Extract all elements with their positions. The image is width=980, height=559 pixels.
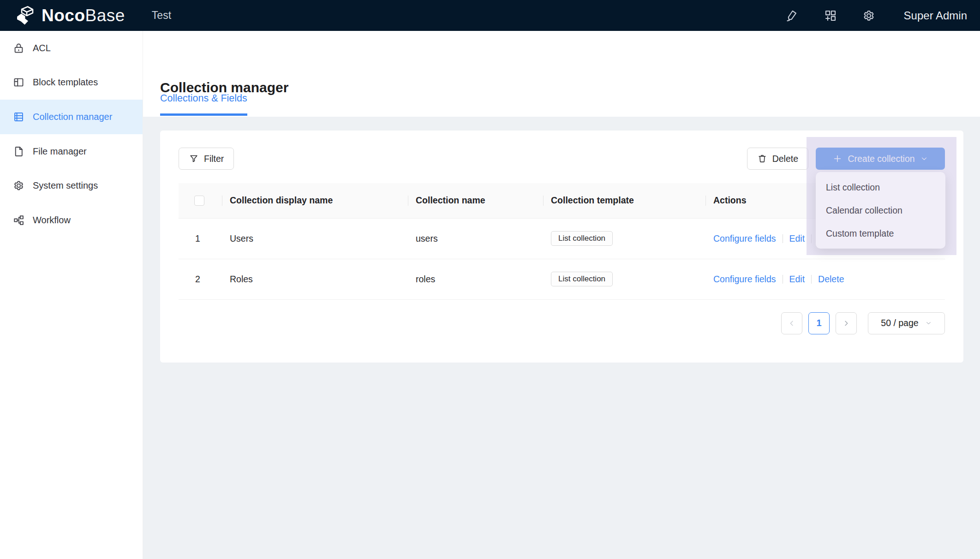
filter-button-label: Filter: [204, 154, 224, 164]
col-collection-name: Collection name: [408, 183, 544, 218]
cell-collection-name: users: [408, 218, 544, 259]
chevron-right-icon: [843, 320, 850, 327]
page-size-value: 50 / page: [881, 318, 918, 328]
chevron-down-icon: [920, 155, 928, 163]
sidebar-item-label: ACL: [33, 43, 51, 54]
delete-button-label: Delete: [772, 154, 798, 164]
plus-icon: [832, 154, 843, 164]
nocobase-app: NocoBase Test: [0, 0, 980, 559]
sidebar: ACL Block templates Collection manager F…: [0, 31, 143, 559]
sidebar-item-block-templates[interactable]: Block templates: [0, 65, 143, 100]
app-logo[interactable]: NocoBase: [14, 5, 125, 26]
cell-collection-name: roles: [408, 259, 544, 299]
create-collection-label: Create collection: [848, 154, 914, 164]
filter-button[interactable]: Filter: [179, 148, 234, 170]
page-1-button[interactable]: 1: [808, 312, 830, 334]
gear-icon: [12, 179, 25, 192]
template-tag: List collection: [551, 231, 613, 246]
menu-item-calendar-collection[interactable]: Calendar collection: [816, 199, 945, 222]
page-size-select[interactable]: 50 / page: [868, 312, 945, 334]
delete-link[interactable]: Delete: [818, 274, 844, 284]
menu-item-custom-template[interactable]: Custom template: [816, 222, 945, 245]
select-all-checkbox[interactable]: [194, 196, 204, 206]
card-toolbar: Filter Delete Create collection: [179, 131, 945, 170]
configure-fields-link[interactable]: Configure fields: [713, 274, 776, 284]
col-collection-display-name: Collection display name: [222, 183, 408, 218]
col-collection-template: Collection template: [544, 183, 706, 218]
chevron-left-icon: [788, 320, 795, 327]
file-icon: [12, 145, 25, 158]
chevron-down-icon: [925, 320, 932, 327]
cell-display-name: Roles: [222, 259, 408, 299]
action-divider: [811, 234, 812, 243]
gear-icon[interactable]: [862, 9, 876, 23]
sidebar-item-file-manager[interactable]: File manager: [0, 134, 143, 169]
sidebar-item-system-settings[interactable]: System settings: [0, 168, 143, 203]
add-block-grid-icon[interactable]: [824, 9, 837, 23]
template-tag: List collection: [551, 272, 613, 286]
funnel-icon: [189, 154, 199, 164]
workflow-icon: [12, 214, 25, 226]
page-header: Collection manager Collections & Fields: [143, 31, 980, 117]
sidebar-item-label: File manager: [33, 146, 87, 157]
action-divider: [811, 275, 812, 284]
tab-collections-and-fields[interactable]: Collections & Fields: [160, 93, 247, 116]
menu-item-list-collection[interactable]: List collection: [816, 176, 945, 199]
edit-link[interactable]: Edit: [789, 274, 805, 284]
next-page-button[interactable]: [836, 312, 857, 334]
sidebar-item-label: Collection manager: [33, 112, 112, 122]
sidebar-item-label: System settings: [33, 180, 98, 191]
sidebar-item-label: Workflow: [33, 215, 71, 226]
logo-text: NocoBase: [42, 6, 125, 25]
layout-icon: [12, 76, 25, 89]
delete-button[interactable]: Delete: [747, 148, 808, 170]
sidebar-item-collection-manager[interactable]: Collection manager: [0, 100, 143, 134]
action-divider: [783, 275, 783, 284]
main-content: Collection manager Collections & Fields …: [143, 31, 980, 559]
sidebar-item-label: Block templates: [33, 77, 98, 88]
cell-display-name: Users: [222, 218, 408, 259]
top-navbar: NocoBase Test: [0, 0, 980, 31]
navbar-right-group: Super Admin: [785, 9, 967, 23]
cell-actions: Configure fieldsEditDelete: [706, 259, 945, 299]
action-divider: [783, 234, 783, 243]
user-menu[interactable]: Super Admin: [904, 9, 967, 22]
edit-link[interactable]: Edit: [789, 233, 805, 244]
create-collection-menu: List collection Calendar collection Cust…: [816, 172, 945, 249]
sidebar-item-acl[interactable]: ACL: [0, 31, 143, 65]
create-collection-button[interactable]: Create collection: [816, 148, 945, 170]
table-row: 2 Roles roles List collection Configure …: [179, 259, 945, 299]
pagination: 1 50 / page: [179, 312, 945, 334]
configure-fields-link[interactable]: Configure fields: [713, 233, 776, 244]
collection-table-icon: [12, 111, 25, 123]
row-index: 2: [179, 259, 222, 299]
trash-icon: [757, 154, 767, 164]
nocobase-logo-icon: [14, 5, 37, 26]
highlighter-icon[interactable]: [785, 9, 799, 23]
prev-page-button[interactable]: [781, 312, 802, 334]
sidebar-item-workflow[interactable]: Workflow: [0, 203, 143, 238]
row-index: 1: [179, 218, 222, 259]
nav-tab-test[interactable]: Test: [152, 9, 171, 22]
lock-icon: [12, 42, 25, 54]
